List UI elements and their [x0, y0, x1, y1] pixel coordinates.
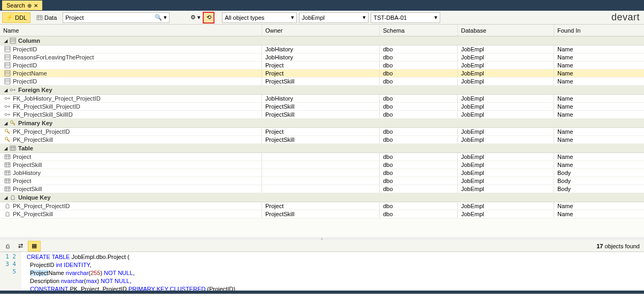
table-icon [4, 186, 11, 192]
collapse-icon: ◢ [4, 39, 7, 43]
preview-btn-3[interactable]: ▦ [28, 241, 41, 251]
result-row[interactable]: ProjectIDJobHistorydboJobEmplName [0, 45, 644, 54]
search-icon[interactable]: 🔍 ▾ [155, 14, 167, 21]
collapse-icon: ◢ [4, 88, 7, 93]
header-foundin[interactable]: Found In [554, 25, 640, 36]
close-icon[interactable]: ✕ [34, 3, 38, 9]
row-foundin: Name [554, 128, 640, 135]
row-name: Project [13, 178, 31, 184]
fk-icon [4, 111, 11, 118]
schema-dropdown[interactable]: JobEmpl▾ [299, 12, 369, 23]
pk-icon [4, 136, 11, 143]
row-schema: dbo [380, 70, 458, 77]
result-row[interactable]: FK_ProjectSkill_ProjectIDProjectSkilldbo… [0, 103, 644, 111]
row-owner: Project [262, 70, 380, 77]
row-owner [262, 185, 380, 193]
result-row[interactable]: ProjectNameProjectdboJobEmplName [0, 70, 644, 78]
object-types-dropdown[interactable]: All object types▾ [222, 12, 297, 23]
ddl-button[interactable]: ⚡DDL [2, 12, 30, 23]
result-row[interactable]: ProjectdboJobEmplBody [0, 177, 644, 185]
result-row[interactable]: ReasonsForLeavingTheProjectJobHistorydbo… [0, 54, 644, 62]
row-foundin: Name [554, 70, 640, 77]
line-gutter: 1 2 3 4 5 [0, 252, 21, 291]
column-icon [10, 37, 16, 44]
row-owner: JobHistory [262, 95, 380, 102]
row-schema: dbo [380, 185, 458, 193]
preview-toolbar: ⎙ ⇄ ▦ 17 objects found [0, 240, 644, 252]
result-row[interactable]: PK_ProjectSkillProjectSkilldboJobEmplNam… [0, 136, 644, 144]
uk-icon [4, 211, 11, 217]
row-foundin: Name [554, 103, 640, 110]
preview-btn-1[interactable]: ⎙ [2, 241, 13, 251]
group-header[interactable]: ◢Column [0, 36, 644, 45]
row-foundin: Name [554, 136, 640, 143]
result-row[interactable]: ProjectSkilldboJobEmplName [0, 161, 644, 169]
result-row[interactable]: ProjectIDProjectdboJobEmplName [0, 62, 644, 70]
column-headers: Name Owner Schema Database Found In [0, 25, 644, 36]
column-icon [4, 78, 11, 85]
row-database: JobEmpl [458, 45, 554, 53]
group-header[interactable]: ◢Foreign Key [0, 86, 644, 95]
row-foundin: Name [554, 111, 640, 118]
preview-btn-2[interactable]: ⇄ [14, 241, 27, 251]
pin-icon[interactable]: ⊕ [27, 3, 32, 9]
row-database: JobEmpl [458, 210, 554, 218]
group-header[interactable]: ◢Table [0, 144, 644, 153]
row-owner [262, 153, 380, 161]
gear-icon[interactable]: ⚙ ▾ [190, 12, 201, 23]
header-owner[interactable]: Owner [262, 25, 380, 36]
row-name: ProjectID [13, 78, 37, 85]
result-row[interactable]: ProjectIDProjectSkilldboJobEmplName [0, 78, 644, 86]
row-foundin: Body [554, 185, 640, 193]
group-label: Column [18, 37, 40, 44]
row-database: JobEmpl [458, 169, 554, 177]
table-icon [4, 162, 11, 168]
group-header[interactable]: ◢Primary Key [0, 119, 644, 128]
tab-title: Search [6, 2, 25, 9]
row-database: JobEmpl [458, 128, 554, 135]
result-row[interactable]: FK_ProjectSkill_SkillIDProjectSkilldboJo… [0, 111, 644, 119]
search-input[interactable]: 🔍 ▾ [63, 12, 170, 23]
header-schema[interactable]: Schema [380, 25, 458, 36]
row-name: ProjectID [13, 46, 37, 52]
row-name: JobHistory [13, 170, 41, 176]
row-database: JobEmpl [458, 70, 554, 77]
row-database: JobEmpl [458, 161, 554, 169]
data-button[interactable]: Data [33, 12, 60, 23]
objects-found: 17 objects found [596, 243, 640, 249]
row-foundin: Name [554, 54, 640, 61]
group-label: Table [18, 145, 33, 151]
code-lines[interactable]: CREATE TABLE JobEmpl.dbo.Project ( Proje… [21, 252, 235, 291]
row-database: JobEmpl [458, 95, 554, 102]
row-database: JobEmpl [458, 78, 554, 85]
brand-logo: devart [611, 12, 640, 23]
header-database[interactable]: Database [458, 25, 554, 36]
row-name: FK_ProjectSkill_ProjectID [13, 103, 80, 110]
row-schema: dbo [380, 62, 458, 69]
result-row[interactable]: PK_Project_ProjectIDProjectdboJobEmplNam… [0, 202, 644, 210]
server-dropdown[interactable]: TST-DBA-01▾ [371, 12, 440, 23]
fk-icon [10, 87, 16, 93]
row-schema: dbo [380, 161, 458, 169]
row-owner: Project [262, 62, 380, 69]
row-foundin: Body [554, 169, 640, 177]
result-row[interactable]: FK_JobHistory_Project_ProjectIDJobHistor… [0, 95, 644, 103]
group-header[interactable]: ◢Unique Key [0, 193, 644, 202]
row-owner [262, 177, 380, 185]
row-schema: dbo [380, 128, 458, 135]
result-row[interactable]: JobHistorydboJobEmplBody [0, 169, 644, 177]
result-row[interactable]: ProjectdboJobEmplName [0, 153, 644, 161]
row-name: ProjectID [13, 62, 37, 68]
search-tab[interactable]: Search ⊕ ✕ [2, 1, 42, 10]
row-owner: ProjectSkill [262, 136, 380, 143]
result-row[interactable]: PK_Project_ProjectIDProjectdboJobEmplNam… [0, 128, 644, 136]
search-field[interactable] [65, 14, 151, 21]
column-icon [4, 46, 11, 52]
header-name[interactable]: Name [0, 25, 262, 36]
group-toggle-button[interactable]: ⟲ [203, 12, 214, 24]
table-icon [10, 145, 16, 151]
result-row[interactable]: PK_ProjectSkillProjectSkilldboJobEmplNam… [0, 210, 644, 218]
result-row[interactable]: ProjectSkilldboJobEmplBody [0, 185, 644, 193]
row-owner: ProjectSkill [262, 103, 380, 110]
row-schema: dbo [380, 111, 458, 118]
